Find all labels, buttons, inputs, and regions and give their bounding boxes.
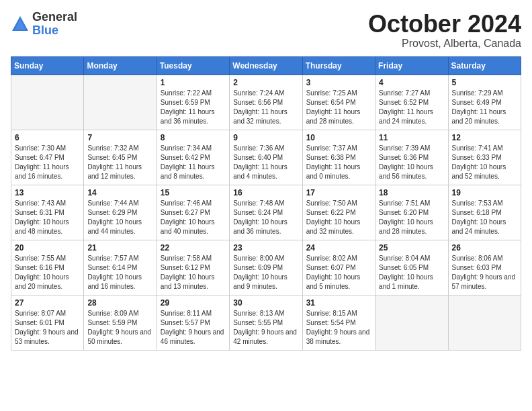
day-info: Sunrise: 7:43 AMSunset: 6:31 PMDaylight:… <box>15 199 80 236</box>
day-info: Sunrise: 7:58 AMSunset: 6:12 PMDaylight:… <box>161 254 226 291</box>
day-cell: 9Sunrise: 7:36 AMSunset: 6:40 PMDaylight… <box>230 130 302 185</box>
day-cell: 8Sunrise: 7:34 AMSunset: 6:42 PMDaylight… <box>157 130 229 185</box>
column-header-monday: Monday <box>84 56 157 75</box>
day-number: 13 <box>15 188 80 197</box>
day-info: Sunrise: 7:41 AMSunset: 6:33 PMDaylight:… <box>452 144 517 181</box>
column-header-tuesday: Tuesday <box>157 56 229 75</box>
day-cell: 7Sunrise: 7:32 AMSunset: 6:45 PMDaylight… <box>84 130 157 185</box>
day-info: Sunrise: 7:30 AMSunset: 6:47 PMDaylight:… <box>15 144 80 181</box>
day-info: Sunrise: 7:34 AMSunset: 6:42 PMDaylight:… <box>161 144 226 181</box>
column-header-thursday: Thursday <box>302 56 375 75</box>
day-cell: 28Sunrise: 8:09 AMSunset: 5:59 PMDayligh… <box>84 295 157 350</box>
day-number: 6 <box>15 133 80 142</box>
day-cell: 22Sunrise: 7:58 AMSunset: 6:12 PMDayligh… <box>157 240 229 295</box>
day-info: Sunrise: 7:22 AMSunset: 6:59 PMDaylight:… <box>161 89 226 126</box>
header-row: SundayMondayTuesdayWednesdayThursdayFrid… <box>11 56 521 75</box>
day-number: 3 <box>306 78 371 87</box>
day-cell: 18Sunrise: 7:51 AMSunset: 6:20 PMDayligh… <box>375 185 448 240</box>
day-number: 1 <box>161 78 226 87</box>
day-info: Sunrise: 7:24 AMSunset: 6:56 PMDaylight:… <box>233 89 298 126</box>
location: Provost, Alberta, Canada <box>368 38 521 50</box>
day-number: 26 <box>452 243 517 253</box>
day-info: Sunrise: 7:48 AMSunset: 6:24 PMDaylight:… <box>233 199 298 236</box>
day-info: Sunrise: 8:11 AMSunset: 5:57 PMDaylight:… <box>161 309 226 347</box>
week-row-2: 6Sunrise: 7:30 AMSunset: 6:47 PMDaylight… <box>11 130 521 185</box>
column-header-wednesday: Wednesday <box>230 56 302 75</box>
column-header-saturday: Saturday <box>448 56 521 75</box>
week-row-3: 13Sunrise: 7:43 AMSunset: 6:31 PMDayligh… <box>11 185 521 240</box>
day-cell <box>375 295 448 350</box>
day-number: 17 <box>306 188 371 197</box>
day-number: 31 <box>306 298 371 308</box>
day-cell <box>448 295 521 350</box>
day-cell: 26Sunrise: 8:06 AMSunset: 6:03 PMDayligh… <box>448 240 521 295</box>
logo-text: General Blue <box>32 11 77 38</box>
day-cell: 31Sunrise: 8:15 AMSunset: 5:54 PMDayligh… <box>302 295 375 350</box>
week-row-4: 20Sunrise: 7:55 AMSunset: 6:16 PMDayligh… <box>11 240 521 295</box>
day-number: 29 <box>161 298 226 308</box>
column-header-sunday: Sunday <box>11 56 84 75</box>
day-cell: 11Sunrise: 7:39 AMSunset: 6:36 PMDayligh… <box>375 130 448 185</box>
day-info: Sunrise: 7:37 AMSunset: 6:38 PMDaylight:… <box>306 144 371 181</box>
day-cell: 24Sunrise: 8:02 AMSunset: 6:07 PMDayligh… <box>302 240 375 295</box>
day-cell: 25Sunrise: 8:04 AMSunset: 6:05 PMDayligh… <box>375 240 448 295</box>
day-number: 10 <box>306 133 371 142</box>
day-cell: 1Sunrise: 7:22 AMSunset: 6:59 PMDaylight… <box>157 75 229 130</box>
day-number: 24 <box>306 243 371 253</box>
day-cell: 14Sunrise: 7:44 AMSunset: 6:29 PMDayligh… <box>84 185 157 240</box>
day-info: Sunrise: 7:44 AMSunset: 6:29 PMDaylight:… <box>87 199 152 236</box>
day-cell: 17Sunrise: 7:50 AMSunset: 6:22 PMDayligh… <box>302 185 375 240</box>
day-cell: 20Sunrise: 7:55 AMSunset: 6:16 PMDayligh… <box>11 240 84 295</box>
day-info: Sunrise: 7:29 AMSunset: 6:49 PMDaylight:… <box>452 89 517 126</box>
day-info: Sunrise: 7:25 AMSunset: 6:54 PMDaylight:… <box>306 89 371 126</box>
day-cell: 21Sunrise: 7:57 AMSunset: 6:14 PMDayligh… <box>84 240 157 295</box>
day-number: 18 <box>379 188 444 197</box>
day-number: 27 <box>15 298 80 308</box>
day-cell: 19Sunrise: 7:53 AMSunset: 6:18 PMDayligh… <box>448 185 521 240</box>
day-info: Sunrise: 8:15 AMSunset: 5:54 PMDaylight:… <box>306 309 371 347</box>
week-row-5: 27Sunrise: 8:07 AMSunset: 6:01 PMDayligh… <box>11 295 521 350</box>
day-cell: 16Sunrise: 7:48 AMSunset: 6:24 PMDayligh… <box>230 185 302 240</box>
day-number: 21 <box>87 243 152 253</box>
day-info: Sunrise: 8:02 AMSunset: 6:07 PMDaylight:… <box>306 254 371 291</box>
day-info: Sunrise: 7:55 AMSunset: 6:16 PMDaylight:… <box>15 254 80 291</box>
day-info: Sunrise: 8:09 AMSunset: 5:59 PMDaylight:… <box>87 309 152 347</box>
day-number: 7 <box>87 133 152 142</box>
day-cell <box>84 75 157 130</box>
day-number: 9 <box>233 133 298 142</box>
day-number: 22 <box>161 243 226 253</box>
day-cell: 27Sunrise: 8:07 AMSunset: 6:01 PMDayligh… <box>11 295 84 350</box>
day-info: Sunrise: 7:36 AMSunset: 6:40 PMDaylight:… <box>233 144 298 181</box>
calendar-table: SundayMondayTuesdayWednesdayThursdayFrid… <box>11 56 521 351</box>
day-number: 28 <box>87 298 152 308</box>
day-cell: 6Sunrise: 7:30 AMSunset: 6:47 PMDaylight… <box>11 130 84 185</box>
day-info: Sunrise: 7:57 AMSunset: 6:14 PMDaylight:… <box>87 254 152 291</box>
day-cell: 4Sunrise: 7:27 AMSunset: 6:52 PMDaylight… <box>375 75 448 130</box>
day-number: 11 <box>379 133 444 142</box>
day-number: 5 <box>452 78 517 87</box>
day-number: 19 <box>452 188 517 197</box>
day-info: Sunrise: 8:06 AMSunset: 6:03 PMDaylight:… <box>452 254 517 291</box>
day-number: 15 <box>161 188 226 197</box>
day-cell: 3Sunrise: 7:25 AMSunset: 6:54 PMDaylight… <box>302 75 375 130</box>
day-number: 8 <box>161 133 226 142</box>
month-title: October 2024 <box>368 11 521 38</box>
day-info: Sunrise: 7:39 AMSunset: 6:36 PMDaylight:… <box>379 144 444 181</box>
day-number: 30 <box>233 298 298 308</box>
day-number: 23 <box>233 243 298 253</box>
logo: General Blue <box>11 11 77 38</box>
day-number: 20 <box>15 243 80 253</box>
day-cell: 30Sunrise: 8:13 AMSunset: 5:55 PMDayligh… <box>230 295 302 350</box>
day-info: Sunrise: 7:53 AMSunset: 6:18 PMDaylight:… <box>452 199 517 236</box>
week-row-1: 1Sunrise: 7:22 AMSunset: 6:59 PMDaylight… <box>11 75 521 130</box>
logo-icon <box>11 15 30 34</box>
day-number: 4 <box>379 78 444 87</box>
day-cell <box>11 75 84 130</box>
day-info: Sunrise: 7:27 AMSunset: 6:52 PMDaylight:… <box>379 89 444 126</box>
day-number: 14 <box>87 188 152 197</box>
day-cell: 12Sunrise: 7:41 AMSunset: 6:33 PMDayligh… <box>448 130 521 185</box>
day-info: Sunrise: 7:46 AMSunset: 6:27 PMDaylight:… <box>161 199 226 236</box>
day-cell: 29Sunrise: 8:11 AMSunset: 5:57 PMDayligh… <box>157 295 229 350</box>
day-number: 16 <box>233 188 298 197</box>
day-number: 2 <box>233 78 298 87</box>
